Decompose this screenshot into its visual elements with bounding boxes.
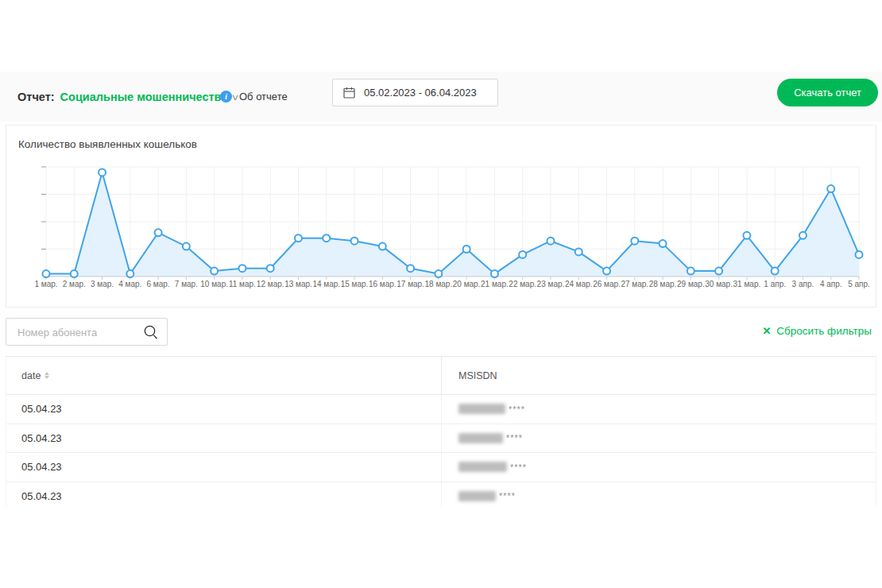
about-report-link[interactable]: i Об отчете xyxy=(220,72,288,122)
date-range-value: 05.02.2023 - 06.04.2023 xyxy=(364,87,477,99)
svg-text:20 мар.: 20 мар. xyxy=(453,280,481,288)
column-header-date[interactable]: date xyxy=(6,357,441,394)
svg-text:27 мар.: 27 мар. xyxy=(621,280,648,288)
report-toolbar: Отчет: Социальные мошенничества ∨ i Об о… xyxy=(0,72,882,122)
svg-text:1 мар.: 1 мар. xyxy=(34,280,57,288)
svg-text:3 апр.: 3 апр. xyxy=(792,280,814,288)
svg-text:4 апр.: 4 апр. xyxy=(820,280,842,288)
date-range-input[interactable]: 05.02.2023 - 06.04.2023 xyxy=(332,79,498,106)
cell-msisdn: **** xyxy=(441,424,876,453)
reset-filters-label: Сбросить фильтры xyxy=(776,325,872,337)
table-body: 05.04.23****05.04.23****05.04.23****05.0… xyxy=(6,395,876,507)
svg-text:21 мар.: 21 мар. xyxy=(481,280,509,288)
report-select-value: Социальные мошенничества xyxy=(60,91,228,103)
reset-filters-link[interactable]: ✕ Сбросить фильтры xyxy=(762,325,872,337)
svg-text:10 мар.: 10 мар. xyxy=(200,280,228,288)
search-icon[interactable] xyxy=(143,324,159,340)
report-select-dropdown[interactable]: Социальные мошенничества ∨ xyxy=(60,91,239,103)
svg-text:31 мар.: 31 мар. xyxy=(733,280,761,288)
calendar-icon xyxy=(343,87,355,99)
cell-msisdn: **** xyxy=(441,482,876,508)
masked-msisdn-blob xyxy=(458,462,507,472)
cell-msisdn: **** xyxy=(441,453,876,482)
svg-text:1 апр.: 1 апр. xyxy=(764,280,786,288)
about-report-label: Об отчете xyxy=(239,91,288,103)
table-row: 05.04.23**** xyxy=(6,482,876,508)
cell-date: 05.04.23 xyxy=(6,453,441,482)
svg-text:29 мар.: 29 мар. xyxy=(677,280,705,288)
masked-msisdn-blob xyxy=(458,491,496,501)
masked-msisdn-blob xyxy=(458,433,503,443)
download-report-button[interactable]: Скачать отчет xyxy=(777,79,878,106)
column-header-msisdn-label: MSISDN xyxy=(458,370,497,381)
svg-text:2 мар.: 2 мар. xyxy=(63,280,86,288)
svg-text:13 мар.: 13 мар. xyxy=(284,280,312,288)
masked-msisdn-suffix: **** xyxy=(506,433,523,443)
svg-text:4 мар.: 4 мар. xyxy=(118,280,141,288)
svg-text:15 мар.: 15 мар. xyxy=(341,280,369,288)
svg-text:24 мар.: 24 мар. xyxy=(565,280,593,288)
svg-text:5 апр.: 5 апр. xyxy=(848,280,870,288)
masked-msisdn-blob xyxy=(458,404,505,414)
info-icon: i xyxy=(220,91,232,103)
column-header-date-label: date xyxy=(21,370,41,381)
svg-text:14 мар.: 14 мар. xyxy=(312,280,340,288)
table-header: date MSISDN xyxy=(6,357,876,395)
svg-text:16 мар.: 16 мар. xyxy=(369,280,397,288)
svg-text:30 мар.: 30 мар. xyxy=(705,280,733,288)
svg-text:23 мар.: 23 мар. xyxy=(537,280,565,288)
svg-text:22 мар.: 22 мар. xyxy=(509,280,536,288)
cell-date: 05.04.23 xyxy=(6,395,441,424)
column-header-msisdn: MSISDN xyxy=(441,357,876,394)
svg-text:3 мар.: 3 мар. xyxy=(91,280,114,288)
svg-text:7 мар.: 7 мар. xyxy=(175,280,198,288)
masked-msisdn-suffix: **** xyxy=(510,462,527,472)
svg-text:26 мар.: 26 мар. xyxy=(593,280,621,288)
results-table: date MSISDN 05.04.23****05.04.23****05.0… xyxy=(6,356,876,507)
masked-msisdn-suffix: **** xyxy=(509,404,525,414)
wallets-chart-card: Количество выявленных кошельков 1 мар.2 … xyxy=(6,125,876,308)
report-label: Отчет: xyxy=(17,91,55,103)
cell-date: 05.04.23 xyxy=(6,482,441,508)
svg-text:28 мар.: 28 мар. xyxy=(649,280,677,288)
svg-text:18 мар.: 18 мар. xyxy=(425,280,453,288)
search-input[interactable] xyxy=(16,319,138,346)
subscriber-search-box xyxy=(6,318,168,346)
svg-text:11 мар.: 11 мар. xyxy=(229,280,256,288)
svg-text:17 мар.: 17 мар. xyxy=(397,280,424,288)
cell-date: 05.04.23 xyxy=(6,424,441,453)
table-row: 05.04.23**** xyxy=(6,395,876,424)
sort-icon xyxy=(44,372,49,379)
close-icon: ✕ xyxy=(762,326,771,336)
svg-text:6 мар.: 6 мар. xyxy=(147,280,170,288)
table-row: 05.04.23**** xyxy=(6,453,876,482)
wallets-line-chart: 1 мар.2 мар.3 мар.4 мар.6 мар.7 мар.10 м… xyxy=(6,126,876,305)
report-selector-group: Отчет: Социальные мошенничества ∨ xyxy=(17,72,238,122)
masked-msisdn-suffix: **** xyxy=(499,491,516,501)
table-row: 05.04.23**** xyxy=(6,424,876,454)
cell-msisdn: **** xyxy=(441,395,876,424)
svg-text:12 мар.: 12 мар. xyxy=(257,280,284,288)
